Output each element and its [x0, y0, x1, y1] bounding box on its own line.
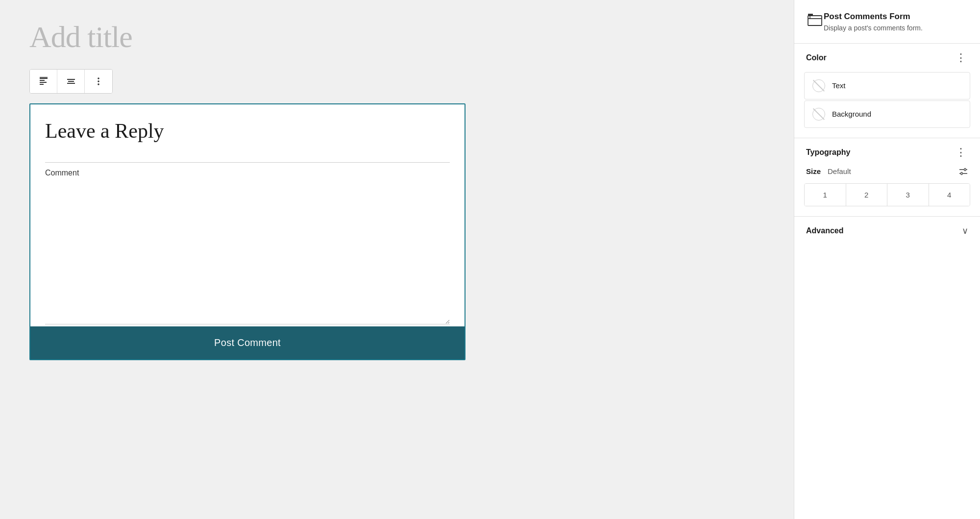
background-color-circle: [812, 108, 825, 121]
page-title: Add title: [29, 20, 132, 54]
comment-form-block: Leave a Reply Comment Post Comment: [29, 103, 466, 360]
background-color-option[interactable]: Background: [804, 100, 970, 128]
advanced-chevron-icon: ∨: [962, 225, 968, 236]
svg-rect-17: [964, 168, 966, 171]
block-align-button[interactable]: [30, 70, 57, 93]
svg-point-8: [98, 77, 99, 79]
typography-section-header: Typography ⋮: [794, 138, 980, 167]
svg-point-10: [98, 83, 99, 85]
text-align-button[interactable]: [57, 70, 85, 93]
svg-point-9: [98, 80, 99, 82]
advanced-section-header[interactable]: Advanced ∨: [794, 217, 980, 245]
size-label: Size: [806, 167, 821, 175]
color-section: Color ⋮ Text Background: [794, 44, 980, 138]
svg-rect-3: [40, 84, 44, 85]
block-toolbar: [29, 69, 113, 94]
size-3-button[interactable]: 3: [887, 184, 929, 206]
svg-rect-13: [808, 14, 813, 16]
post-comments-form-icon: [806, 12, 824, 29]
text-align-icon: [66, 76, 76, 86]
comment-form-inner: Leave a Reply Comment: [30, 104, 465, 326]
sidebar: Post Comments Form Display a post's comm…: [794, 0, 980, 519]
block-align-icon: [39, 76, 49, 86]
size-value: Default: [828, 167, 954, 175]
color-more-button[interactable]: ⋮: [954, 52, 968, 63]
sidebar-header: Post Comments Form Display a post's comm…: [794, 0, 980, 44]
color-section-header: Color ⋮: [794, 44, 980, 72]
color-options: Text Background: [794, 72, 980, 138]
background-color-label: Background: [832, 110, 871, 118]
sidebar-block-description: Display a post's comments form.: [824, 24, 923, 33]
sidebar-header-text: Post Comments Form Display a post's comm…: [824, 12, 923, 33]
text-color-circle: [812, 79, 825, 92]
text-color-option[interactable]: Text: [804, 72, 970, 99]
color-section-title: Color: [806, 53, 827, 62]
svg-rect-1: [40, 80, 45, 81]
svg-rect-0: [40, 78, 48, 79]
svg-rect-7: [67, 83, 75, 84]
size-row: Size Default: [794, 167, 980, 183]
typography-more-icon: ⋮: [956, 147, 966, 158]
typography-section-title: Typography: [806, 148, 850, 157]
advanced-section-title: Advanced: [806, 226, 843, 235]
size-1-button[interactable]: 1: [805, 184, 846, 206]
size-4-button[interactable]: 4: [929, 184, 970, 206]
comment-label: Comment: [45, 162, 450, 177]
size-selector: 1 2 3 4: [804, 183, 970, 206]
more-options-button[interactable]: [85, 70, 112, 93]
size-settings-icon: [958, 167, 968, 176]
sidebar-block-title: Post Comments Form: [824, 12, 923, 22]
more-options-icon: [94, 76, 103, 86]
typography-section: Typography ⋮ Size Default 1 2 3 4: [794, 138, 980, 217]
leave-reply-title: Leave a Reply: [45, 119, 450, 143]
svg-rect-18: [961, 172, 962, 174]
size-settings-button[interactable]: [958, 167, 968, 176]
svg-rect-4: [40, 77, 48, 78]
svg-rect-6: [68, 81, 74, 82]
post-comment-button[interactable]: Post Comment: [30, 326, 465, 359]
text-color-label: Text: [832, 81, 846, 90]
svg-rect-5: [67, 79, 75, 80]
advanced-section: Advanced ∨: [794, 217, 980, 245]
typography-more-button[interactable]: ⋮: [954, 147, 968, 158]
svg-rect-2: [40, 82, 47, 83]
comment-textarea[interactable]: [45, 177, 450, 324]
color-more-icon: ⋮: [956, 52, 966, 63]
size-2-button[interactable]: 2: [846, 184, 888, 206]
editor-area: Add title: [0, 0, 794, 519]
